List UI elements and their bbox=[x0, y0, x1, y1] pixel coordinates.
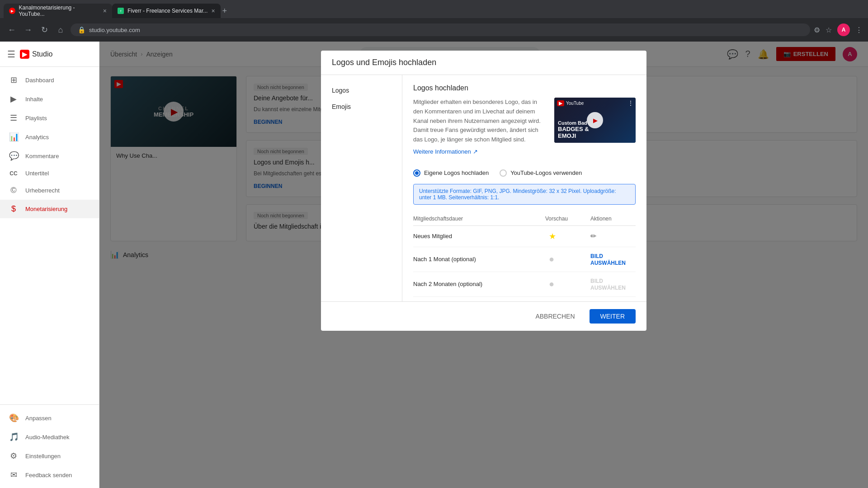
anpassen-icon: 🎨 bbox=[9, 413, 18, 423]
sidebar-label-feedback: Feedback senden bbox=[25, 472, 72, 479]
sidebar-header: ☰ ▶ Studio bbox=[0, 42, 99, 67]
modal-description-text: Mitglieder erhalten ein besonderes Logo,… bbox=[413, 98, 545, 145]
tab-close-yt[interactable]: × bbox=[103, 7, 107, 14]
row1-duration: Neues Mitglied bbox=[413, 233, 545, 239]
sidebar-label-einstellungen: Einstellungen bbox=[25, 453, 61, 460]
thumb-play-button[interactable]: ▶ bbox=[587, 112, 603, 128]
sidebar-item-urheberrecht[interactable]: © Urheberrecht bbox=[0, 181, 99, 200]
radio-group: Eigene Logos hochladen YouTube-Logos ver… bbox=[413, 169, 636, 177]
row2-preview: ● bbox=[545, 254, 590, 264]
more-info-link[interactable]: Weitere Informationen ↗ bbox=[413, 148, 545, 155]
sidebar-item-audio[interactable]: 🎵 Audio-Mediathek bbox=[0, 427, 99, 446]
col-actions: Aktionen bbox=[590, 216, 636, 222]
new-tab-button[interactable]: + bbox=[222, 6, 227, 16]
back-button[interactable]: ← bbox=[5, 23, 18, 36]
col-duration: Mitgliedschaftsdauer bbox=[413, 216, 545, 222]
sidebar-label-inhalte: Inhalte bbox=[25, 96, 43, 103]
sidebar-item-kommentare[interactable]: 💬 Kommentare bbox=[0, 146, 99, 165]
sidebar-item-playlists[interactable]: ☰ Playlists bbox=[0, 108, 99, 127]
audio-icon: 🎵 bbox=[9, 432, 18, 442]
next-button[interactable]: WEITER bbox=[590, 309, 636, 324]
tab-close-fv[interactable]: × bbox=[211, 7, 215, 14]
tab-youtube-label: Kanalmonetarisierung - YouTube... bbox=[19, 5, 99, 17]
modal-main: Logos hochladen Mitglieder erhalten ein … bbox=[402, 75, 646, 301]
circle-preview-icon-3: ● bbox=[549, 279, 554, 289]
address-bar[interactable]: 🔒 studio.youtube.com bbox=[71, 23, 810, 36]
sidebar-bottom: 🎨 Anpassen 🎵 Audio-Mediathek ⚙ Einstellu… bbox=[0, 404, 99, 488]
modal-header: Logos und Emojis hochladen bbox=[321, 51, 646, 75]
modal-title: Logos und Emojis hochladen bbox=[332, 58, 636, 67]
thumb-menu-icon[interactable]: ⋮ bbox=[627, 99, 634, 107]
modal-section-title: Logos hochladen bbox=[413, 84, 636, 92]
sidebar-item-untertitel[interactable]: CC Untertitel bbox=[0, 165, 99, 181]
yt-icon: ▶ bbox=[20, 50, 29, 59]
col-preview: Vorschau bbox=[545, 216, 590, 222]
sidebar-label-audio: Audio-Mediathek bbox=[25, 434, 70, 441]
cancel-button[interactable]: ABBRECHEN bbox=[528, 309, 582, 324]
edit-icon[interactable]: ✏ bbox=[590, 232, 596, 240]
row1-preview: ★ bbox=[545, 231, 590, 241]
browser-actions: ⚙ ☆ A ⋮ bbox=[814, 23, 863, 36]
select-image-btn-2[interactable]: BILD AUSWÄHLEN bbox=[590, 253, 626, 266]
bookmark-icon[interactable]: ☆ bbox=[826, 26, 832, 34]
sidebar-item-analytics[interactable]: 📊 Analytics bbox=[0, 127, 99, 146]
sidebar-label-dashboard: Dashboard bbox=[25, 77, 54, 84]
sidebar-item-einstellungen[interactable]: ⚙ Einstellungen bbox=[0, 446, 99, 465]
table-row-1: Neues Mitglied ★ ✏ bbox=[413, 226, 636, 247]
sidebar-item-inhalte[interactable]: ▶ Inhalte bbox=[0, 89, 99, 108]
table-header: Mitgliedschaftsdauer Vorschau Aktionen bbox=[413, 212, 636, 226]
modal-body: Logos Emojis Logos hochladen Mitglieder … bbox=[321, 75, 646, 301]
extensions-icon[interactable]: ⚙ bbox=[814, 26, 820, 34]
table-row-4: Nach 6 Monaten (optional) ● BILD AUSWÄHL… bbox=[413, 297, 636, 301]
modal-footer: ABBRECHEN WEITER bbox=[321, 301, 646, 331]
hamburger-menu[interactable]: ☰ bbox=[7, 49, 15, 60]
sidebar-item-anpassen[interactable]: 🎨 Anpassen bbox=[0, 408, 99, 427]
radio-label-eigene: Eigene Logos hochladen bbox=[424, 169, 489, 176]
radio-yt-logos[interactable]: YouTube-Logos verwenden bbox=[500, 169, 582, 177]
sidebar-item-monetarisierung[interactable]: $ Monetarisierung bbox=[0, 200, 99, 218]
thumb-play-icon: ▶ bbox=[593, 117, 598, 124]
urheberrecht-icon: © bbox=[9, 186, 18, 195]
sidebar-item-feedback[interactable]: ✉ Feedback senden bbox=[0, 465, 99, 484]
studio-label: Studio bbox=[32, 50, 52, 58]
info-highlight: Unterstützte Formate: GIF, PNG, JPG. Min… bbox=[413, 184, 636, 205]
feedback-icon: ✉ bbox=[9, 470, 18, 480]
tab-fiverr[interactable]: f Fiverr - Freelance Services Mar... × bbox=[112, 4, 221, 18]
select-image-btn-3[interactable]: BILD AUSWÄHLEN bbox=[590, 278, 626, 291]
sidebar-item-dashboard[interactable]: ⊞ Dashboard bbox=[0, 70, 99, 89]
radio-circle-yt bbox=[500, 169, 507, 177]
yt-favicon: ▶ bbox=[9, 8, 15, 14]
menu-icon[interactable]: ⋮ bbox=[855, 26, 863, 34]
radio-label-yt: YouTube-Logos verwenden bbox=[510, 169, 582, 176]
thumb-badge-line2: BADGES & bbox=[558, 126, 589, 132]
table-row-2: Nach 1 Monat (optional) ● BILD AUSWÄHLEN bbox=[413, 247, 636, 272]
modal-nav-logos[interactable]: Logos bbox=[321, 82, 402, 99]
modal-video-inner: ▶ YouTube ⋮ Custom Bad BADGES & bbox=[554, 98, 636, 143]
thumb-badge-line1: Custom Bad bbox=[558, 120, 589, 126]
sidebar-label-playlists: Playlists bbox=[25, 115, 47, 122]
row3-preview: ● bbox=[545, 279, 590, 289]
forward-button[interactable]: → bbox=[22, 23, 34, 36]
tab-youtube[interactable]: ▶ Kanalmonetarisierung - YouTube... × bbox=[4, 4, 112, 18]
home-button[interactable]: ⌂ bbox=[54, 23, 67, 36]
sidebar-label-anpassen: Anpassen bbox=[25, 415, 52, 422]
main-content: Übersicht › Anzeigen 🔍 💬 ? 🔔 📷 ERSTELLEN… bbox=[99, 42, 868, 488]
playlists-icon: ☰ bbox=[9, 113, 18, 123]
sidebar-label-kommentare: Kommentare bbox=[25, 153, 59, 160]
reload-button[interactable]: ↻ bbox=[38, 23, 51, 36]
tab-fiverr-label: Fiverr - Freelance Services Mar... bbox=[127, 8, 208, 14]
radio-eigene-logos[interactable]: Eigene Logos hochladen bbox=[413, 169, 489, 177]
info-text: Unterstützte Formate: GIF, PNG, JPG. Min… bbox=[419, 188, 616, 201]
modal: Logos und Emojis hochladen Logos Emojis bbox=[321, 51, 646, 331]
modal-overlay: Logos und Emojis hochladen Logos Emojis bbox=[99, 42, 868, 488]
thumb-badge-line3: EMOJI bbox=[558, 132, 589, 139]
analytics-icon: 📊 bbox=[9, 132, 18, 142]
row2-action: BILD AUSWÄHLEN bbox=[590, 253, 636, 266]
modal-description-block: Mitglieder erhalten ein besonderes Logo,… bbox=[413, 98, 545, 162]
sidebar-label-analytics: Analytics bbox=[25, 134, 49, 141]
modal-nav-emojis[interactable]: Emojis bbox=[321, 99, 402, 115]
sidebar-label-monetarisierung: Monetarisierung bbox=[25, 206, 67, 212]
radio-circle-eigene bbox=[413, 169, 420, 177]
studio-logo: ▶ Studio bbox=[20, 50, 52, 59]
profile-icon[interactable]: A bbox=[837, 23, 850, 36]
